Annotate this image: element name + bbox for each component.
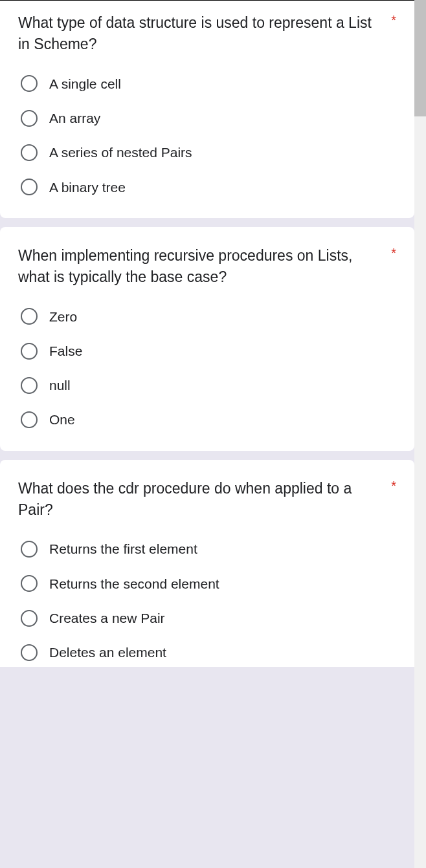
radio-option[interactable]: False	[21, 342, 396, 360]
radio-icon	[21, 75, 38, 92]
option-label: Returns the first element	[49, 540, 197, 558]
radio-icon	[21, 308, 38, 325]
options-list: Zero False null One	[18, 308, 396, 429]
option-label: A single cell	[49, 75, 121, 92]
form-container: What type of data structure is used to r…	[0, 0, 426, 667]
radio-option[interactable]: One	[21, 411, 396, 428]
option-label: Returns the second element	[49, 575, 219, 592]
options-list: A single cell An array A series of neste…	[18, 75, 396, 196]
radio-icon	[21, 411, 38, 428]
question-card: When implementing recursive procedures o…	[0, 227, 414, 451]
option-label: A series of nested Pairs	[49, 144, 192, 161]
question-card: What type of data structure is used to r…	[0, 0, 414, 218]
scrollbar-thumb[interactable]	[414, 0, 426, 116]
radio-option[interactable]: Deletes an element	[21, 644, 396, 661]
radio-option[interactable]: A series of nested Pairs	[21, 144, 396, 161]
question-header: When implementing recursive procedures o…	[18, 245, 396, 288]
option-label: An array	[49, 109, 100, 127]
radio-icon	[21, 179, 38, 195]
options-list: Returns the first element Returns the se…	[18, 540, 396, 661]
radio-option[interactable]: A binary tree	[21, 179, 396, 196]
radio-option[interactable]: Returns the second element	[21, 575, 396, 592]
question-text: What does the cdr procedure do when appl…	[18, 478, 391, 521]
radio-option[interactable]: Zero	[21, 308, 396, 325]
radio-option[interactable]: Returns the first element	[21, 540, 396, 558]
option-label: Zero	[49, 308, 77, 325]
radio-icon	[21, 541, 38, 558]
radio-icon	[21, 377, 38, 394]
radio-icon	[21, 144, 38, 161]
radio-icon	[21, 644, 38, 661]
question-header: What type of data structure is used to r…	[18, 12, 396, 56]
radio-option[interactable]: An array	[21, 109, 396, 127]
radio-icon	[21, 110, 38, 127]
option-label: Creates a new Pair	[49, 609, 165, 627]
option-label: False	[49, 342, 82, 360]
required-indicator: *	[391, 246, 396, 259]
question-header: What does the cdr procedure do when appl…	[18, 478, 396, 521]
radio-option[interactable]: Creates a new Pair	[21, 609, 396, 627]
question-card: What does the cdr procedure do when appl…	[0, 460, 414, 667]
option-label: Deletes an element	[49, 644, 166, 661]
option-label: A binary tree	[49, 179, 126, 196]
required-indicator: *	[391, 479, 396, 492]
radio-icon	[21, 610, 38, 627]
radio-icon	[21, 343, 38, 360]
option-label: One	[49, 411, 75, 428]
radio-icon	[21, 575, 38, 592]
question-text: When implementing recursive procedures o…	[18, 245, 391, 288]
option-label: null	[49, 376, 71, 394]
required-indicator: *	[391, 14, 396, 27]
scrollbar-track[interactable]	[414, 0, 426, 667]
radio-option[interactable]: A single cell	[21, 75, 396, 92]
question-text: What type of data structure is used to r…	[18, 12, 391, 56]
radio-option[interactable]: null	[21, 376, 396, 394]
